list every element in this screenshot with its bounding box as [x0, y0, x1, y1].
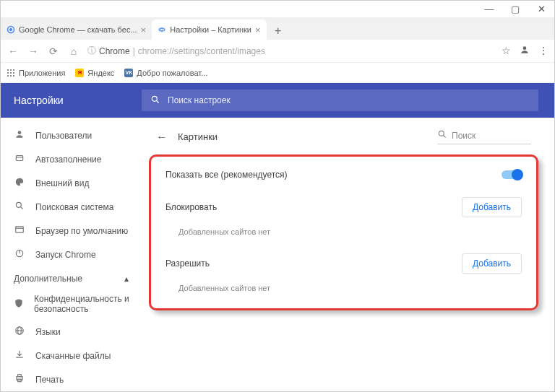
reload-button[interactable]: ⟳ — [47, 45, 60, 57]
power-icon — [14, 248, 25, 261]
shield-icon — [14, 298, 24, 310]
sidebar-label: Языки — [35, 327, 61, 337]
apps-icon — [7, 69, 15, 77]
tab-chrome-download[interactable]: Google Chrome — скачать бес... × — [1, 19, 152, 40]
block-empty-text: Добавленных сайтов нет — [152, 220, 535, 246]
panel-title: Картинки — [178, 131, 218, 142]
sidebar-label: Скачанные файлы — [35, 351, 111, 361]
new-tab-button[interactable]: + — [270, 22, 287, 40]
sidebar-item-search[interactable]: Поисковая система — [1, 195, 142, 219]
sidebar-item-languages[interactable]: Языки — [1, 320, 142, 344]
add-block-button[interactable]: Добавить — [462, 197, 522, 217]
sidebar-item-startup[interactable]: Запуск Chrome — [1, 243, 142, 266]
close-tab-icon[interactable]: × — [255, 25, 261, 35]
download-icon — [14, 349, 25, 362]
close-tab-icon[interactable]: × — [141, 25, 147, 35]
info-icon: ⓘ — [87, 45, 96, 57]
highlighted-settings-card: Показать все (рекомендуется) Блокировать… — [149, 154, 538, 310]
bookmarks-bar: Приложения ЯЯндекс VKДобро пожаловат... — [1, 63, 554, 83]
sidebar-label: Внешний вид — [35, 178, 89, 188]
svg-rect-6 — [16, 156, 22, 161]
settings-panel: ← Картинки Поиск Показать все (рекоменду… — [142, 118, 554, 391]
sidebar-item-downloads[interactable]: Скачанные файлы — [1, 344, 142, 367]
home-button[interactable]: ⌂ — [67, 45, 80, 57]
url-input[interactable]: ⓘ Chrome | chrome://settings/content/ima… — [87, 45, 494, 57]
show-all-toggle[interactable] — [502, 170, 522, 179]
allow-section-label: Разрешить — [165, 258, 210, 269]
minimize-button[interactable]: — — [476, 4, 502, 14]
show-all-row: Показать все (рекомендуется) — [152, 160, 535, 190]
sidebar-section-label: Дополнительные — [14, 274, 82, 284]
chevron-up-icon: ▴ — [124, 274, 129, 284]
svg-line-9 — [21, 207, 23, 209]
bookmark-label: Яндекс — [87, 69, 114, 77]
palette-icon — [14, 177, 25, 189]
svg-point-8 — [16, 202, 21, 207]
vk-icon: VK — [124, 69, 133, 77]
sidebar-item-users[interactable]: Пользователи — [1, 123, 142, 147]
svg-rect-18 — [18, 375, 22, 377]
tab-title: Настройки – Картинки — [170, 25, 251, 34]
sidebar-label: Автозаполнение — [35, 154, 101, 165]
panel-search-input[interactable]: Поиск — [437, 129, 531, 144]
svg-line-22 — [444, 136, 446, 138]
sidebar-item-default-browser[interactable]: Браузер по умолчанию — [1, 219, 142, 243]
window-titlebar: — ▢ ✕ — [1, 1, 554, 18]
allow-empty-text: Добавленных сайтов нет — [152, 276, 535, 302]
menu-icon[interactable]: ⋮ — [538, 45, 548, 57]
sidebar-item-autofill[interactable]: Автозаполнение — [1, 147, 142, 171]
search-icon — [437, 129, 447, 141]
autofill-icon — [14, 153, 25, 165]
favicon-gear-icon — [158, 25, 166, 34]
svg-rect-19 — [18, 379, 22, 382]
sidebar-label: Пользователи — [35, 131, 92, 141]
settings-title: Настройки — [1, 95, 142, 106]
sidebar-label: Браузер по умолчанию — [35, 226, 128, 236]
panel-back-button[interactable]: ← — [156, 131, 168, 144]
print-icon — [14, 373, 25, 386]
sidebar-item-print[interactable]: Печать — [1, 367, 142, 391]
search-placeholder: Поиск настроек — [168, 95, 231, 105]
show-all-label: Показать все (рекомендуется) — [165, 170, 288, 180]
url-path: chrome://settings/content/images — [138, 46, 265, 56]
panel-search-label: Поиск — [452, 131, 476, 141]
yandex-icon: Я — [75, 69, 84, 77]
bookmark-yandex[interactable]: ЯЯндекс — [75, 69, 114, 77]
search-icon — [14, 201, 25, 213]
settings-search-input[interactable]: Поиск настроек — [142, 90, 538, 111]
url-host: Chrome — [99, 46, 130, 56]
tab-strip: Google Chrome — скачать бес... × Настрой… — [1, 18, 554, 40]
back-button[interactable]: ← — [7, 45, 20, 57]
search-icon — [150, 95, 160, 107]
svg-point-2 — [523, 46, 527, 50]
globe-icon — [14, 326, 25, 338]
bookmark-vk[interactable]: VKДобро пожаловат... — [124, 69, 207, 77]
close-window-button[interactable]: ✕ — [528, 4, 554, 14]
apps-shortcut[interactable]: Приложения — [7, 69, 65, 77]
browser-icon — [14, 225, 25, 237]
sidebar-label: Поисковая система — [35, 202, 113, 212]
maximize-button[interactable]: ▢ — [502, 4, 528, 14]
settings-sidebar: Пользователи Автозаполнение Внешний вид … — [1, 118, 142, 391]
svg-point-21 — [439, 131, 444, 136]
person-icon — [14, 129, 25, 141]
svg-line-4 — [157, 100, 159, 103]
tab-settings-images[interactable]: Настройки – Картинки × — [152, 19, 266, 40]
star-icon[interactable]: ☆ — [502, 45, 511, 57]
bookmark-label: Добро пожаловат... — [137, 69, 207, 77]
settings-header: Настройки Поиск настроек — [1, 83, 554, 118]
svg-point-5 — [18, 131, 22, 134]
sidebar-label: Конфиденциальность и безопасность — [34, 294, 133, 314]
sidebar-item-privacy[interactable]: Конфиденциальность и безопасность — [1, 288, 142, 320]
profile-icon[interactable] — [520, 45, 530, 57]
svg-rect-10 — [16, 227, 24, 232]
sidebar-item-appearance[interactable]: Внешний вид — [1, 171, 142, 195]
address-bar: ← → ⟳ ⌂ ⓘ Chrome | chrome://settings/con… — [1, 40, 554, 63]
svg-point-1 — [9, 28, 12, 31]
add-allow-button[interactable]: Добавить — [462, 253, 522, 274]
svg-point-3 — [152, 96, 157, 101]
block-section-label: Блокировать — [165, 202, 217, 212]
sidebar-label: Запуск Chrome — [35, 250, 96, 260]
forward-button[interactable]: → — [27, 45, 40, 57]
sidebar-advanced-toggle[interactable]: Дополнительные▴ — [1, 266, 142, 288]
